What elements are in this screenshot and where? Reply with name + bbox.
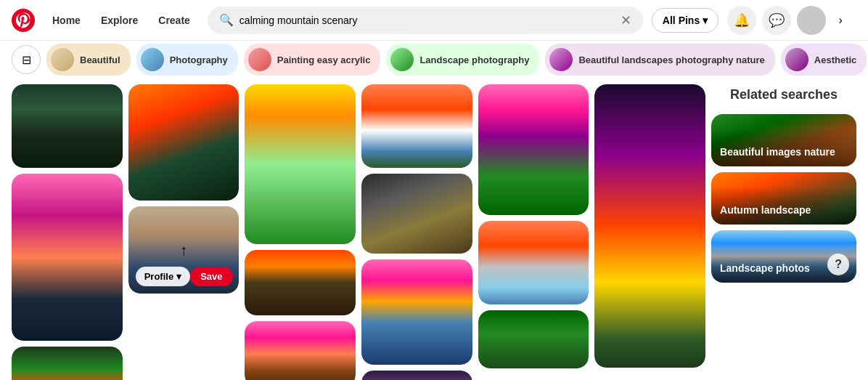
save-button[interactable]: Save	[190, 267, 232, 286]
grid-col-4	[361, 84, 472, 374]
pin-card-with-overlay[interactable]: Profile ▾ Save ↑	[128, 206, 239, 294]
chip-aesthetic-label: Aesthetic	[814, 54, 857, 65]
chip-painting-label: Painting easy acrylic	[277, 54, 371, 65]
chip-painting-acrylic[interactable]: Painting easy acrylic	[244, 44, 381, 76]
pin-card[interactable]	[245, 250, 356, 315]
chip-photography-label: Photography	[170, 54, 228, 65]
search-clear-icon[interactable]: ✕	[621, 12, 631, 28]
grid-col-2: Profile ▾ Save ↑	[128, 84, 239, 374]
save-overlay: Profile ▾ Save ↑	[128, 206, 239, 294]
pinterest-logo[interactable]	[12, 9, 35, 32]
chip-photography[interactable]: Photography	[136, 44, 238, 76]
account-chevron-button[interactable]: ›	[832, 12, 849, 29]
pin-card[interactable]	[361, 371, 472, 380]
chevron-down-icon: ▾	[703, 15, 708, 26]
pin-card[interactable]	[594, 84, 705, 368]
search-bar: 🔍 ✕	[208, 7, 643, 34]
pin-card[interactable]	[12, 84, 123, 168]
related-searches-panel: Related searches Beautiful images nature…	[711, 84, 856, 374]
nav-create[interactable]: Create	[150, 9, 199, 32]
all-pins-button[interactable]: All Pins ▾	[652, 8, 718, 33]
related-label: Beautiful images nature	[711, 129, 856, 166]
grid-col-1	[12, 84, 123, 374]
pin-card[interactable]	[478, 221, 589, 304]
related-card-autumn-landscape[interactable]: Autumn landscape	[711, 172, 856, 225]
pin-card[interactable]	[361, 174, 472, 254]
chip-beautiful-landscapes-label: Beautiful landscapes photography nature	[578, 54, 764, 65]
chip-landscape-photography[interactable]: Landscape photography	[386, 44, 539, 76]
profile-button[interactable]: Profile ▾	[136, 267, 190, 286]
chip-landscape-photo-label: Landscape photography	[419, 54, 529, 65]
pin-card[interactable]	[128, 84, 239, 201]
cursor: ↑	[180, 242, 187, 259]
avatar[interactable]	[797, 6, 826, 35]
pin-card[interactable]	[245, 321, 356, 380]
header: Home Explore Create 🔍 ✕ All Pins ▾ 🔔 💬 ›	[0, 0, 868, 41]
all-pins-label: All Pins	[663, 15, 700, 26]
search-input[interactable]	[239, 15, 615, 26]
chip-aesthetic[interactable]: Aesthetic	[781, 44, 867, 76]
pin-grid: Profile ▾ Save ↑	[0, 78, 868, 380]
filter-button[interactable]: ⊟	[12, 45, 41, 74]
grid-col-5	[478, 84, 589, 374]
pin-card[interactable]	[361, 84, 472, 168]
filter-icon: ⊟	[22, 53, 31, 67]
profile-label: Profile	[144, 271, 173, 282]
chevron-icon: ▾	[176, 271, 181, 282]
pin-card[interactable]	[478, 84, 589, 215]
main-nav: Home Explore Create	[44, 9, 199, 32]
nav-explore[interactable]: Explore	[92, 9, 147, 32]
related-label: Autumn landscape	[711, 187, 856, 225]
pin-card[interactable]	[361, 259, 472, 365]
grid-col-3	[245, 84, 356, 374]
svg-point-0	[12, 9, 35, 32]
pin-card[interactable]	[12, 174, 123, 341]
search-icon: 🔍	[219, 13, 234, 27]
chip-beautiful-landscapes[interactable]: Beautiful landscapes photography nature	[545, 44, 774, 76]
notifications-button[interactable]: 🔔	[727, 6, 756, 35]
pin-card[interactable]	[245, 84, 356, 244]
related-card-landscape-photos[interactable]: Landscape photos ?	[711, 230, 856, 283]
related-card-beautiful-nature[interactable]: Beautiful images nature	[711, 114, 856, 166]
related-searches-title: Related searches	[711, 84, 856, 108]
chip-beautiful-label: Beautiful	[80, 54, 120, 65]
nav-home[interactable]: Home	[44, 9, 89, 32]
pin-card[interactable]	[12, 347, 123, 380]
pin-card[interactable]	[478, 310, 589, 368]
help-icon: ?	[827, 254, 849, 275]
messages-button[interactable]: 💬	[762, 6, 791, 35]
grid-col-6	[594, 84, 705, 374]
filter-row: ⊟ Beautiful Photography Painting easy ac…	[0, 41, 868, 78]
chip-beautiful[interactable]: Beautiful	[46, 44, 131, 76]
header-icons: 🔔 💬 ›	[727, 6, 849, 35]
